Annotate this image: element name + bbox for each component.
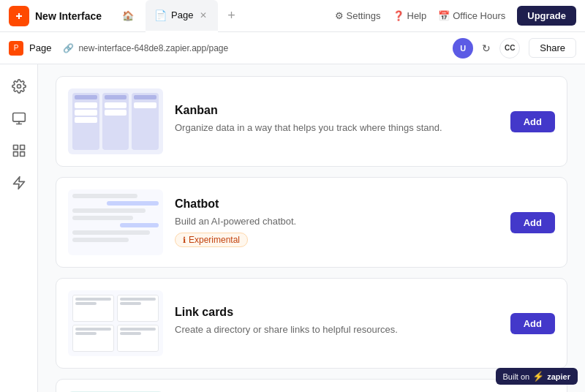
link-icon: 🔗 xyxy=(63,43,74,53)
home-icon: 🏠 xyxy=(122,10,134,21)
svg-rect-5 xyxy=(13,146,18,150)
kanban-preview xyxy=(68,88,163,154)
page-tab-label: Page xyxy=(171,10,193,20)
avatar[interactable]: U xyxy=(453,38,473,59)
chatbot-preview xyxy=(68,189,163,255)
kanban-info: Kanban Organize data in a way that helps… xyxy=(175,104,499,139)
sidebar-item-display[interactable] xyxy=(6,105,32,132)
office-hours-nav-link[interactable]: 📅 Office Hours xyxy=(438,10,505,21)
kanban-card: Kanban Organize data in a way that helps… xyxy=(56,76,567,167)
page-favicon: P xyxy=(9,41,23,56)
main-layout: Kanban Organize data in a way that helps… xyxy=(0,64,585,392)
new-tab-button[interactable]: + xyxy=(221,6,241,26)
link-cards-desc: Create a directory or share links to hel… xyxy=(175,323,499,336)
link-cards-actions: Add xyxy=(510,313,555,334)
link-cards-title: Link cards xyxy=(175,306,499,319)
link-cards-info: Link cards Create a directory or share l… xyxy=(175,306,499,341)
page-tab-icon: 📄 xyxy=(154,10,167,21)
tab-area: 🏠 📄 Page ✕ + xyxy=(113,0,328,32)
svg-rect-7 xyxy=(13,152,18,157)
chatbot-desc: Build an AI-powered chatbot. xyxy=(175,215,499,228)
built-on-label: Built on xyxy=(503,372,530,381)
app-icon xyxy=(9,6,29,26)
sidebar-item-automations[interactable] xyxy=(6,170,32,196)
share-button[interactable]: Share xyxy=(529,38,576,58)
svg-rect-6 xyxy=(20,146,24,150)
chatbot-card: Chatbot Build an AI-powered chatbot. ℹ E… xyxy=(56,177,567,268)
address-bar-right: U ↻ CC Share xyxy=(453,38,576,59)
sidebar xyxy=(0,64,38,392)
experimental-badge: ℹ Experimental xyxy=(175,233,248,247)
svg-rect-8 xyxy=(20,152,24,157)
kanban-add-button[interactable]: Add xyxy=(510,111,555,132)
address-bar: P Page 🔗 new-interface-648de8.zapier.app… xyxy=(0,32,585,64)
calendar-icon: 📅 xyxy=(438,10,450,21)
app-name: New Interface xyxy=(35,10,102,22)
zapier-label: zapier xyxy=(547,372,570,381)
browser-top-bar: New Interface 🏠 📄 Page ✕ + ⚙ Settings ❓ … xyxy=(0,0,585,32)
settings-nav-icon: ⚙ xyxy=(335,10,344,21)
media-card: Media Add an image, video or logo to the… xyxy=(56,379,567,392)
link-cards-card: Link cards Create a directory or share l… xyxy=(56,278,567,369)
top-right-nav: ⚙ Settings ❓ Help 📅 Office Hours Upgrade xyxy=(335,6,576,26)
link-cards-preview xyxy=(68,290,163,356)
upgrade-button[interactable]: Upgrade xyxy=(517,6,576,26)
settings-nav-link[interactable]: ⚙ Settings xyxy=(335,10,381,21)
content-area: Kanban Organize data in a way that helps… xyxy=(38,64,585,392)
cc-badge: CC xyxy=(499,38,520,59)
chatbot-add-button[interactable]: Add xyxy=(510,212,555,233)
help-nav-link[interactable]: ❓ Help xyxy=(393,10,427,21)
home-tab[interactable]: 🏠 xyxy=(113,0,143,32)
chatbot-title: Chatbot xyxy=(175,197,499,211)
url-text: new-interface-648de8.zapier.app/page xyxy=(78,43,228,53)
svg-rect-2 xyxy=(12,113,25,122)
svg-point-1 xyxy=(17,85,20,88)
help-nav-icon: ❓ xyxy=(393,10,404,21)
kanban-title: Kanban xyxy=(175,104,499,117)
experimental-label: Experimental xyxy=(189,235,240,245)
sidebar-item-components[interactable] xyxy=(6,137,32,164)
chatbot-actions: Add xyxy=(510,212,555,233)
tab-close-button[interactable]: ✕ xyxy=(197,10,209,21)
built-on-zapier-badge: Built on ⚡ zapier xyxy=(496,368,578,385)
page-address-label: Page xyxy=(29,42,51,53)
chatbot-info: Chatbot Build an AI-powered chatbot. ℹ E… xyxy=(175,197,499,248)
kanban-desc: Organize data in a way that helps you tr… xyxy=(175,121,499,135)
url-bar[interactable]: 🔗 new-interface-648de8.zapier.app/page xyxy=(63,43,447,53)
info-icon: ℹ xyxy=(183,235,186,245)
svg-marker-9 xyxy=(13,177,24,189)
zapier-lightning-icon: ⚡ xyxy=(532,371,544,382)
page-tab[interactable]: 📄 Page ✕ xyxy=(146,0,218,32)
link-cards-add-button[interactable]: Add xyxy=(510,313,555,334)
kanban-actions: Add xyxy=(510,111,555,132)
sidebar-item-settings[interactable] xyxy=(6,73,32,99)
refresh-icon[interactable]: ↻ xyxy=(482,42,491,54)
